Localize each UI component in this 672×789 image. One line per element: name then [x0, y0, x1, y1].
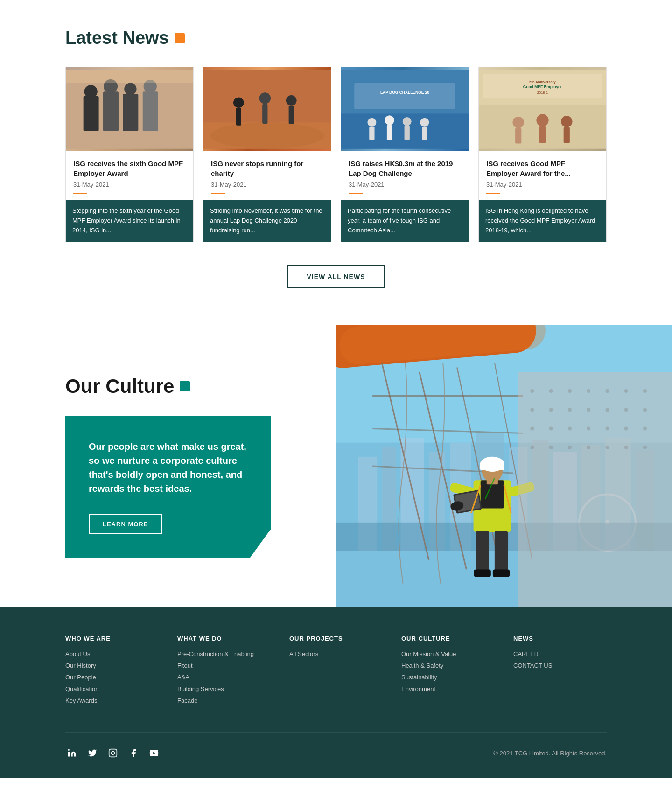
footer-link-fitout[interactable]: Fitout: [177, 662, 271, 669]
svg-point-29: [420, 118, 429, 127]
svg-point-98: [587, 408, 590, 412]
learn-more-button[interactable]: LEARN MORE: [89, 514, 162, 534]
footer-link-career[interactable]: CAREER: [513, 650, 607, 657]
news-card[interactable]: ISG never stops running for charity 31-M…: [203, 67, 331, 242]
svg-rect-26: [387, 125, 392, 140]
svg-rect-38: [515, 128, 521, 143]
svg-rect-14: [236, 108, 241, 126]
culture-right-image: [336, 325, 672, 607]
twitter-icon[interactable]: [86, 747, 99, 760]
svg-rect-81: [474, 570, 491, 577]
svg-rect-1: [84, 96, 99, 131]
svg-point-96: [549, 408, 553, 412]
news-card-body-1: ISG receives the sixth Good MPF Employer…: [66, 151, 193, 242]
svg-point-37: [512, 117, 524, 128]
news-card-date-3: 31-May-2021: [349, 181, 461, 188]
svg-rect-3: [103, 91, 119, 131]
news-card-excerpt-4: ISG in Hong Kong is delighted to have re…: [479, 200, 606, 242]
latest-news-title: Latest News: [65, 28, 169, 48]
news-card[interactable]: LAP DOG CHALLENGE 20 ISG raises HK$0.3m …: [341, 67, 469, 242]
svg-text:Good MPF Employer: Good MPF Employer: [523, 84, 562, 89]
news-card-date-4: 31-May-2021: [486, 181, 599, 188]
svg-rect-28: [405, 126, 410, 140]
linkedin-icon[interactable]: [65, 747, 78, 760]
svg-point-93: [624, 389, 628, 393]
news-card-date-2: 31-May-2021: [211, 181, 323, 188]
culture-heading: Our Culture: [65, 375, 174, 398]
svg-point-13: [233, 98, 244, 108]
svg-rect-7: [143, 91, 158, 131]
svg-point-111: [568, 446, 572, 449]
svg-point-89: [549, 389, 553, 393]
svg-rect-30: [422, 127, 427, 140]
svg-point-112: [587, 446, 590, 449]
footer-col-title-our-culture: OUR CULTURE: [401, 635, 495, 642]
svg-point-108: [643, 427, 647, 431]
svg-point-114: [624, 446, 628, 449]
footer-link-pre-construction[interactable]: Pre-Construction & Enabling: [177, 650, 271, 657]
youtube-icon[interactable]: [147, 747, 161, 760]
svg-rect-73: [480, 464, 504, 470]
footer-link-mission-value[interactable]: Our Mission & Value: [401, 650, 495, 657]
svg-rect-18: [289, 105, 294, 124]
news-card-image-1: [66, 67, 193, 151]
footer: WHO WE ARE About Us Our History Our Peop…: [0, 607, 672, 778]
footer-link-sustainability[interactable]: Sustainability: [401, 674, 495, 681]
footer-col-news: NEWS CAREER CONTACT US: [513, 635, 607, 709]
footer-link-our-history[interactable]: Our History: [65, 662, 159, 669]
footer-link-key-awards[interactable]: Key Awards: [65, 697, 159, 704]
svg-text:LAP DOG CHALLENGE 20: LAP DOG CHALLENGE 20: [380, 90, 430, 95]
svg-point-92: [605, 389, 609, 393]
news-grid: ISG receives the sixth Good MPF Employer…: [65, 67, 607, 242]
culture-accent-dot: [180, 381, 190, 391]
instagram-icon[interactable]: [106, 747, 119, 760]
news-card-title-3: ISG raises HK$0.3m at the 2019 Lap Dog C…: [349, 159, 461, 178]
footer-link-health-safety[interactable]: Health & Safety: [401, 662, 495, 669]
title-accent-dot: [175, 33, 185, 43]
news-card[interactable]: 5th Anniversary Good MPF Employer 2018-1…: [478, 67, 607, 242]
svg-point-116: [68, 749, 70, 751]
svg-rect-79: [476, 531, 489, 573]
footer-link-environment[interactable]: Environment: [401, 685, 495, 692]
culture-card-text: Our people are what make us great, so we…: [89, 440, 247, 496]
news-card-body-2: ISG never stops running for charity 31-M…: [203, 151, 331, 242]
svg-point-15: [259, 92, 271, 104]
construction-image: [336, 325, 672, 607]
view-all-wrapper: VIEW ALL NEWS: [65, 265, 607, 288]
news-card-body-4: ISG receives Good MPF Employer Award for…: [479, 151, 606, 242]
svg-point-41: [561, 116, 572, 127]
view-all-news-button[interactable]: VIEW ALL NEWS: [287, 265, 385, 288]
our-culture-section: Our Culture Our people are what make us …: [0, 325, 672, 607]
svg-point-106: [605, 427, 609, 431]
section-title-wrapper: Latest News: [65, 28, 607, 48]
footer-link-facade[interactable]: Facade: [177, 697, 271, 704]
footer-link-contact-us[interactable]: CONTACT US: [513, 662, 607, 669]
footer-link-our-people[interactable]: Our People: [65, 674, 159, 681]
footer-link-aa[interactable]: A&A: [177, 674, 271, 681]
footer-col-our-culture: OUR CULTURE Our Mission & Value Health &…: [401, 635, 495, 709]
svg-point-88: [530, 389, 534, 393]
news-card-divider-3: [349, 193, 363, 194]
svg-rect-40: [539, 126, 546, 143]
svg-point-17: [286, 95, 297, 106]
news-card-image-2: [203, 67, 331, 151]
news-card[interactable]: ISG receives the sixth Good MPF Employer…: [65, 67, 194, 242]
svg-text:5th Anniversary: 5th Anniversary: [529, 80, 556, 84]
culture-left-panel: Our Culture Our people are what make us …: [0, 325, 336, 607]
footer-link-all-sectors[interactable]: All Sectors: [289, 650, 383, 657]
footer-link-qualification[interactable]: Qualification: [65, 685, 159, 692]
svg-point-97: [568, 408, 572, 412]
svg-point-104: [568, 427, 572, 431]
news-card-excerpt-2: Striding into November, it was time for …: [203, 200, 331, 242]
svg-point-90: [568, 389, 572, 393]
footer-link-building-services[interactable]: Building Services: [177, 685, 271, 692]
culture-title-wrapper: Our Culture: [65, 375, 308, 398]
footer-link-about-us[interactable]: About Us: [65, 650, 159, 657]
svg-rect-9: [66, 70, 193, 83]
news-card-divider-2: [211, 193, 225, 194]
svg-point-110: [549, 446, 553, 449]
svg-point-109: [530, 446, 534, 449]
facebook-icon[interactable]: [127, 747, 140, 760]
svg-point-105: [587, 427, 590, 431]
news-card-image-4: 5th Anniversary Good MPF Employer 2018-1: [479, 67, 606, 151]
